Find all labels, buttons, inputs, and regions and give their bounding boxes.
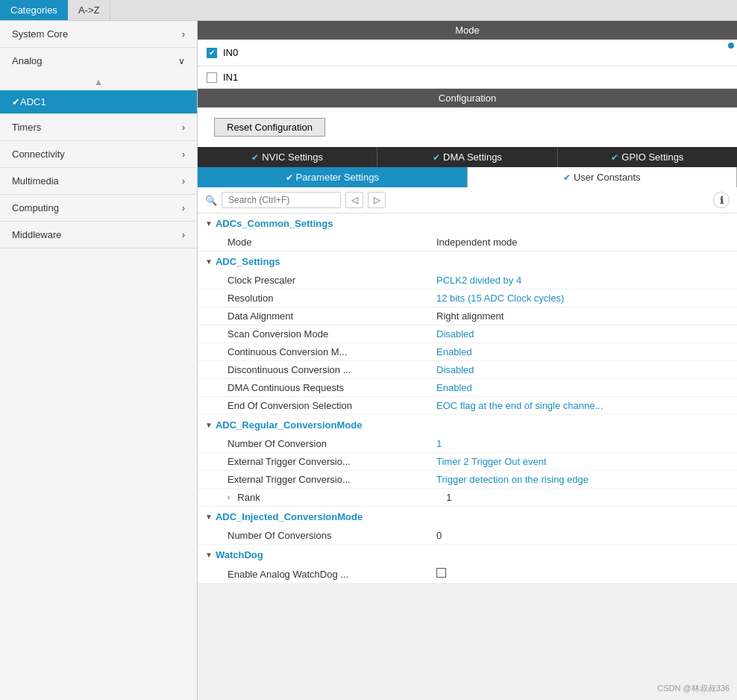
- section-header-adc-settings[interactable]: ▼ ADC_Settings: [198, 251, 737, 272]
- sidebar-item-label: ADC1: [20, 96, 46, 107]
- tab-categories[interactable]: Categories: [0, 0, 68, 20]
- nav-next-button[interactable]: ▷: [368, 192, 386, 208]
- parameter-check-icon: ✔: [286, 172, 293, 183]
- section-adc-injected: ▼ ADC_Injected_ConversionMode Number Of …: [198, 507, 737, 545]
- param-row-dma-continuous: DMA Continuous Requests Enabled: [198, 379, 737, 397]
- sidebar-item-connectivity[interactable]: Connectivity ›: [0, 141, 197, 168]
- param-name: Number Of Conversions: [228, 530, 436, 541]
- param-name: Enable Analog WatchDog ...: [228, 569, 436, 580]
- param-name: Data Alignment: [228, 310, 436, 322]
- search-icon: 🔍: [205, 195, 217, 206]
- param-value: Enabled: [436, 346, 728, 357]
- sidebar: System Core › Analog ∨ ▲ ✔ ADC1 Timers ›…: [0, 21, 198, 700]
- sidebar-item-multimedia[interactable]: Multimedia ›: [0, 168, 197, 195]
- in1-label: IN1: [223, 72, 238, 83]
- chevron-right-icon: ›: [182, 203, 185, 213]
- in0-checkbox[interactable]: ✔: [207, 48, 217, 58]
- user-constants-check-icon: ✔: [563, 172, 571, 183]
- config-tabs-row2: ✔ Parameter Settings ✔ User Constants: [198, 167, 737, 187]
- param-row-data-alignment: Data Alignment Right alignment: [198, 307, 737, 325]
- section-adcs-common: ▼ ADCs_Common_Settings Mode Independent …: [198, 213, 737, 251]
- sidebar-item-computing[interactable]: Computing ›: [0, 195, 197, 222]
- scroll-indicator: [728, 43, 734, 49]
- search-input[interactable]: [222, 192, 341, 208]
- tab-user-constants[interactable]: ✔ User Constants: [468, 167, 738, 187]
- sidebar-item-label: Multimedia: [12, 175, 59, 187]
- watchdog-checkbox[interactable]: [436, 568, 446, 578]
- param-value: PCLK2 divided by 4: [436, 275, 728, 286]
- reset-configuration-button[interactable]: Reset Configuration: [214, 118, 325, 137]
- param-row-ext-trigger-2: External Trigger Conversio... Trigger de…: [198, 471, 737, 489]
- section-label: ADC_Injected_ConversionMode: [216, 511, 363, 522]
- sidebar-item-middleware[interactable]: Middleware ›: [0, 222, 197, 249]
- sidebar-item-adc1[interactable]: ✔ ADC1: [0, 90, 197, 114]
- tab-az[interactable]: A->Z: [68, 0, 111, 20]
- in0-label: IN0: [223, 47, 238, 58]
- collapse-arrow-icon: ▼: [205, 257, 213, 266]
- watermark: CSDN @林叔叔336: [657, 683, 730, 694]
- main-layout: System Core › Analog ∨ ▲ ✔ ADC1 Timers ›…: [0, 21, 737, 700]
- sidebar-collapse-arrow[interactable]: ▲: [0, 74, 197, 90]
- tab-parameter-settings[interactable]: ✔ Parameter Settings: [198, 167, 468, 187]
- chevron-right-icon: ›: [182, 149, 185, 160]
- sidebar-item-label: Connectivity: [12, 149, 65, 160]
- section-header-adcs-common[interactable]: ▼ ADCs_Common_Settings: [198, 213, 737, 234]
- sidebar-item-system-core[interactable]: System Core ›: [0, 21, 197, 48]
- config-tabs-row1: ✔ NVIC Settings ✔ DMA Settings ✔ GPIO Se…: [198, 147, 737, 167]
- param-value: Disabled: [436, 328, 728, 340]
- section-watchdog: ▼ WatchDog Enable Analog WatchDog ...: [198, 545, 737, 584]
- collapse-arrow-icon: ▼: [205, 219, 213, 228]
- top-tab-bar: Categories A->Z: [0, 0, 737, 21]
- chevron-down-icon: ∨: [178, 56, 185, 66]
- param-value: Disabled: [436, 364, 728, 375]
- gpio-check-icon: ✔: [611, 152, 618, 163]
- param-name: Resolution: [228, 293, 436, 304]
- expand-arrow-icon: ›: [228, 493, 230, 501]
- sidebar-item-label: System Core: [12, 28, 68, 40]
- param-name: DMA Continuous Requests: [228, 382, 436, 393]
- chevron-right-icon: ›: [182, 29, 185, 40]
- section-adc-settings: ▼ ADC_Settings Clock Prescaler PCLK2 div…: [198, 251, 737, 415]
- section-header-adc-regular[interactable]: ▼ ADC_Regular_ConversionMode: [198, 415, 737, 435]
- info-button[interactable]: ℹ: [713, 192, 730, 208]
- section-label: ADC_Regular_ConversionMode: [216, 419, 362, 431]
- param-name: Continuous Conversion M...: [228, 346, 436, 357]
- tab-gpio-settings[interactable]: ✔ GPIO Settings: [558, 147, 737, 167]
- param-value: 12 bits (15 ADC Clock cycles): [436, 293, 728, 304]
- param-value: Timer 2 Trigger Out event: [436, 456, 728, 467]
- param-row-mode: Mode Independent mode: [198, 234, 737, 251]
- nvic-tab-label: NVIC Settings: [262, 151, 323, 163]
- reset-btn-wrapper: Reset Configuration: [198, 107, 737, 147]
- section-adc-regular: ▼ ADC_Regular_ConversionMode Number Of C…: [198, 415, 737, 507]
- param-value: Independent mode: [436, 237, 728, 248]
- param-row-rank: › Rank 1: [198, 489, 737, 507]
- mode-header: Mode: [198, 21, 737, 40]
- sidebar-item-analog[interactable]: Analog ∨: [0, 48, 197, 74]
- section-label: ADC_Settings: [216, 256, 280, 267]
- param-value: Right alignment: [436, 310, 728, 322]
- gpio-tab-label: GPIO Settings: [621, 151, 683, 163]
- sidebar-item-label: Timers: [12, 122, 41, 133]
- param-row-resolution: Resolution 12 bits (15 ADC Clock cycles): [198, 290, 737, 307]
- sidebar-item-label: Computing: [12, 202, 59, 213]
- param-row-num-conversion: Number Of Conversion 1: [198, 435, 737, 453]
- params-area: 🔍 ◁ ▷ ℹ ▼ ADCs_Common_Settings Mode Inde…: [198, 187, 737, 584]
- sidebar-item-timers[interactable]: Timers ›: [0, 114, 197, 141]
- param-value: [436, 568, 728, 580]
- param-value: Enabled: [436, 382, 728, 393]
- in1-checkbox[interactable]: [207, 72, 217, 83]
- tab-dma-settings[interactable]: ✔ DMA Settings: [377, 147, 557, 167]
- param-name: End Of Conversion Selection: [228, 400, 436, 411]
- nav-prev-button[interactable]: ◁: [345, 192, 363, 208]
- param-name: Mode: [228, 237, 436, 248]
- section-label: WatchDog: [216, 549, 263, 560]
- section-header-adc-injected[interactable]: ▼ ADC_Injected_ConversionMode: [198, 507, 737, 527]
- config-body: Reset Configuration ✔ NVIC Settings ✔ DM…: [198, 107, 737, 584]
- mode-body-in0: ✔ IN0: [198, 40, 737, 66]
- param-value: Trigger detection on the rising edge: [436, 474, 728, 485]
- tab-nvic-settings[interactable]: ✔ NVIC Settings: [198, 147, 377, 167]
- param-name: Rank: [237, 492, 446, 503]
- param-row-continuous-conversion: Continuous Conversion M... Enabled: [198, 343, 737, 361]
- section-header-watchdog[interactable]: ▼ WatchDog: [198, 545, 737, 565]
- param-row-ext-trigger-1: External Trigger Conversio... Timer 2 Tr…: [198, 453, 737, 471]
